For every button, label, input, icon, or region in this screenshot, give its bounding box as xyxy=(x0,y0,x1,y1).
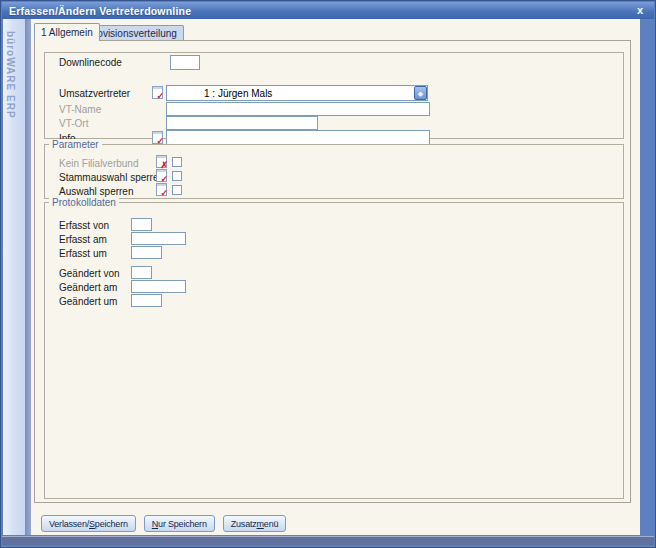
vt-ort-label: VT-Ort xyxy=(59,118,88,129)
kein-filialverbund-label: Kein Filialverbund xyxy=(59,158,139,169)
field-edit-icon[interactable] xyxy=(152,86,163,99)
stammauswahl-sperren-checkbox[interactable] xyxy=(172,171,182,181)
window-content: 1 Allgemein 2 Provisionsverteilung Downl… xyxy=(31,19,640,535)
group-protokolldaten: Protokolldaten Erfasst von Erfasst am Er… xyxy=(44,202,624,499)
erfasst-um-input[interactable] xyxy=(131,246,162,259)
erfasst-von-input[interactable] xyxy=(131,218,152,231)
parameter-legend: Parameter xyxy=(49,139,102,150)
erfasst-am-label: Erfasst am xyxy=(59,234,107,245)
zusatzmenue-button[interactable]: Zusatzmenü xyxy=(223,515,287,532)
field-edit-icon[interactable] xyxy=(152,131,163,144)
geaendert-von-label: Geändert von xyxy=(59,268,120,279)
tab-allgemein-label: 1 Allgemein xyxy=(41,27,93,38)
tab-page-allgemein: Downlinecode Umsatzvertreter 1 : Jürgen … xyxy=(34,40,631,503)
verlassen-speichern-button[interactable]: Verlassen/Speichern xyxy=(41,515,136,532)
umsatzvertreter-select[interactable]: 1 : Jürgen Mals ◆ xyxy=(166,85,428,101)
close-icon[interactable]: x xyxy=(633,4,647,18)
field-check-icon[interactable] xyxy=(156,169,167,182)
button-bar: Verlassen/Speichern Nur Speichern Zusatz… xyxy=(41,515,286,532)
vt-name-label: VT-Name xyxy=(59,104,101,115)
downlinecode-input[interactable] xyxy=(170,55,200,70)
vt-name-input[interactable] xyxy=(166,102,430,116)
window-bottom-bar xyxy=(2,536,654,545)
geaendert-am-input[interactable] xyxy=(131,280,186,293)
stammauswahl-sperren-label: Stammauswahl sperren xyxy=(59,172,164,183)
title-bar: Erfassen/Ändern Vertreterdownline x xyxy=(2,2,654,19)
erfasst-um-label: Erfasst um xyxy=(59,248,107,259)
auswahl-sperren-checkbox[interactable] xyxy=(172,185,182,195)
window-title: Erfassen/Ändern Vertreterdownline xyxy=(9,5,633,17)
field-cross-icon[interactable] xyxy=(156,155,167,168)
brand-logo-text: büroWARE ERP xyxy=(5,31,16,119)
geaendert-um-label: Geändert um xyxy=(59,296,117,307)
geaendert-von-input[interactable] xyxy=(131,266,152,279)
info-input[interactable] xyxy=(166,130,430,145)
app-window: Erfassen/Ändern Vertreterdownline x büro… xyxy=(0,0,656,548)
group-stammdaten: Downlinecode Umsatzvertreter 1 : Jürgen … xyxy=(44,52,624,139)
field-check-icon[interactable] xyxy=(156,183,167,196)
geaendert-am-label: Geändert am xyxy=(59,282,117,293)
kein-filialverbund-checkbox[interactable] xyxy=(172,157,182,167)
group-parameter: Parameter Kein Filialverbund Stammauswah… xyxy=(44,144,624,199)
auswahl-sperren-label: Auswahl sperren xyxy=(59,186,133,197)
combo-picker-icon[interactable]: ◆ xyxy=(414,86,427,100)
nur-speichern-button[interactable]: Nur Speichern xyxy=(144,515,215,532)
erfasst-am-input[interactable] xyxy=(131,232,186,245)
protokolldaten-legend: Protokolldaten xyxy=(49,197,119,208)
tab-allgemein[interactable]: 1 Allgemein xyxy=(34,23,100,41)
umsatzvertreter-value: 1 : Jürgen Mals xyxy=(167,88,414,99)
umsatzvertreter-label: Umsatzvertreter xyxy=(59,88,130,99)
geaendert-um-input[interactable] xyxy=(131,294,162,307)
vt-ort-input[interactable] xyxy=(166,116,318,130)
erfasst-von-label: Erfasst von xyxy=(59,220,109,231)
downlinecode-label: Downlinecode xyxy=(59,57,122,68)
